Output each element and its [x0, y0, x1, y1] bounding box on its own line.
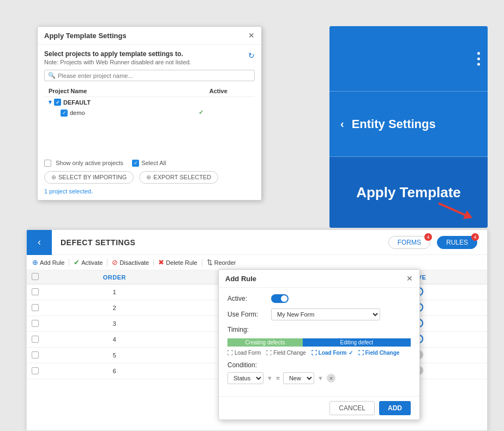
- condition-delete-button[interactable]: ✕: [327, 374, 335, 383]
- order-1: 1: [43, 284, 186, 300]
- deactivate-icon: ⊘: [112, 258, 118, 266]
- dialog-title: Apply Template Settings: [44, 32, 127, 40]
- project-table: Project Name Active ▾ ✓ DEFAULT: [44, 86, 255, 118]
- defect-back-button[interactable]: ‹: [27, 230, 52, 255]
- select-by-importing-label: SELECT BY IMPORTING: [58, 174, 127, 180]
- order-5: 5: [43, 348, 186, 363]
- condition-equals: =: [276, 374, 280, 382]
- row-checkbox-6[interactable]: [32, 367, 39, 374]
- refresh-icon[interactable]: ↻: [248, 51, 255, 60]
- tab-rules-button[interactable]: RULES 4: [437, 236, 477, 249]
- delete-icon: ✖: [158, 258, 164, 266]
- timing-creating: Creating defects: [227, 338, 303, 347]
- select-all-checkbox[interactable]: ✓: [132, 160, 139, 167]
- child-name: demo: [70, 110, 85, 116]
- toolbar-divider-2: [107, 259, 107, 266]
- add-button[interactable]: ADD: [379, 401, 411, 415]
- project-search-box[interactable]: 🔍: [44, 70, 255, 81]
- tab-forms-button[interactable]: FORMS 4: [388, 236, 430, 249]
- row-checkbox-5[interactable]: [32, 351, 39, 359]
- three-dots-menu[interactable]: [477, 52, 480, 65]
- toolbar-divider-3: [153, 259, 154, 266]
- show-active-checkbox[interactable]: [44, 160, 51, 167]
- dialog-action-buttons: ⊕ SELECT BY IMPORTING ⊕ EXPORT SELECTED: [44, 171, 255, 184]
- condition-section: Condition: Status ▼ = New ▼ ✕: [227, 361, 411, 384]
- dialog-header: Apply Template Settings ✕: [38, 27, 261, 45]
- dialog-description: Select projects to apply template settin…: [44, 50, 191, 58]
- export-selected-button[interactable]: ⊕ EXPORT SELECTED: [139, 171, 218, 184]
- select-by-importing-button[interactable]: ⊕ SELECT BY IMPORTING: [44, 171, 134, 184]
- order-3: 3: [43, 316, 186, 332]
- select-all-text: Select All: [141, 160, 166, 166]
- expand-arrow-icon[interactable]: ▾: [49, 99, 52, 106]
- row-checkbox-4[interactable]: [32, 336, 39, 343]
- use-form-select[interactable]: My New Form: [271, 308, 380, 320]
- dialog-footer-options: Show only active projects ✓ Select All: [44, 160, 255, 167]
- red-arrow-icon: [433, 195, 477, 222]
- activate-label: Activate: [81, 259, 103, 266]
- col-active: Active: [182, 86, 255, 97]
- search-input[interactable]: [58, 72, 251, 79]
- activate-button[interactable]: ✔ Activate: [74, 258, 103, 266]
- load-form-1-icon: ⛶: [227, 350, 233, 356]
- dialog-close-button[interactable]: ✕: [248, 31, 255, 40]
- active-toggle[interactable]: [271, 294, 289, 303]
- add-rule-dialog: Add Rule ✕ Active: Use Form: My New Form…: [218, 269, 420, 420]
- order-6: 6: [43, 363, 186, 379]
- timing-opt-label-4: Field Change: [365, 350, 400, 356]
- condition-field-select[interactable]: Status: [227, 372, 263, 384]
- add-rule-label: Add Rule: [40, 259, 64, 266]
- toolbar-divider-4: [202, 259, 202, 266]
- dialog-body: Select projects to apply template settin…: [38, 45, 261, 200]
- timing-opt-field-change-2[interactable]: ⛶ Field Change: [358, 350, 400, 356]
- apply-template-dialog: Apply Template Settings ✕ Select project…: [37, 26, 262, 201]
- export-icon: ⊕: [146, 174, 151, 181]
- blue-panel-top: [329, 26, 488, 92]
- row-checkbox-1[interactable]: [32, 288, 39, 295]
- delete-rule-button[interactable]: ✖ Delete Rule: [158, 258, 197, 266]
- group-name: DEFAULT: [63, 99, 91, 106]
- entity-back-arrow-icon[interactable]: ‹: [340, 118, 344, 130]
- row-checkbox-3[interactable]: [32, 320, 39, 327]
- condition-value-select[interactable]: New: [283, 372, 314, 384]
- add-icon: ⊕: [32, 258, 38, 266]
- show-active-label[interactable]: Show only active projects: [44, 160, 123, 167]
- timing-options: ⛶ Load Form ⛶ Field Change ⛶ Load Form ✓…: [227, 350, 411, 356]
- timing-bar: Creating defects Editing defect: [227, 337, 411, 348]
- add-rule-button[interactable]: ⊕ Add Rule: [32, 258, 64, 266]
- condition-row: Status ▼ = New ▼ ✕: [227, 372, 411, 384]
- deactivate-label: Disactivate: [119, 259, 149, 266]
- forms-badge: 4: [424, 233, 432, 241]
- timing-editing: Editing defect: [303, 338, 411, 347]
- toolbar-divider-1: [69, 259, 69, 266]
- apply-template-panel: Apply Template: [329, 157, 488, 228]
- select-all-label[interactable]: ✓ Select All: [132, 160, 166, 167]
- checkmark-icon: ✓: [349, 350, 353, 356]
- tab-rules-label: RULES: [446, 239, 468, 246]
- timing-opt-field-change-1[interactable]: ⛶ Field Change: [266, 350, 305, 356]
- timing-opt-load-form-1[interactable]: ⛶ Load Form: [227, 350, 261, 356]
- select-all-row-checkbox[interactable]: [32, 273, 39, 280]
- load-form-2-icon: ⛶: [311, 350, 317, 356]
- reorder-icon: ⇅: [207, 258, 213, 266]
- row-checkbox-2[interactable]: [32, 304, 39, 311]
- use-form-label: Use Form:: [227, 311, 271, 318]
- order-4: 4: [43, 332, 186, 348]
- show-active-text: Show only active projects: [56, 160, 123, 166]
- timing-opt-label-2: Field Change: [273, 350, 305, 356]
- add-rule-footer: CANCEL ADD: [219, 396, 419, 420]
- child-checkbox[interactable]: ✓: [61, 110, 68, 117]
- defect-settings-title: DEFECT SETTINGS: [61, 238, 135, 247]
- cancel-button[interactable]: CANCEL: [329, 401, 375, 415]
- deactivate-button[interactable]: ⊘ Disactivate: [112, 258, 149, 266]
- rules-badge: 4: [471, 233, 479, 241]
- reorder-button[interactable]: ⇅ Reorder: [207, 258, 236, 266]
- add-rule-header: Add Rule ✕: [219, 270, 419, 288]
- group-checkbox[interactable]: ✓: [54, 99, 61, 106]
- col-checkbox-header: [27, 270, 43, 284]
- entity-settings-title: Entity Settings: [352, 117, 436, 131]
- project-group-row: ▾ ✓ DEFAULT: [44, 97, 255, 108]
- add-rule-close-button[interactable]: ✕: [406, 274, 413, 283]
- dot-2: [477, 57, 480, 60]
- timing-opt-load-form-2[interactable]: ⛶ Load Form ✓: [311, 350, 353, 356]
